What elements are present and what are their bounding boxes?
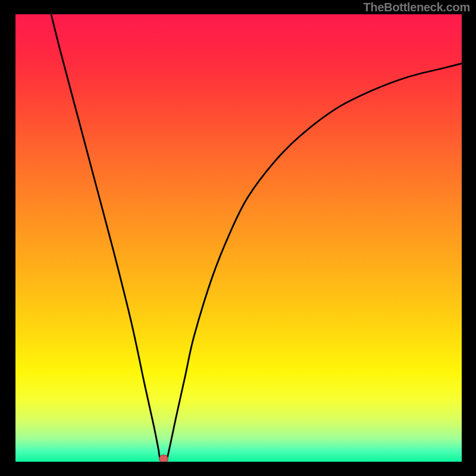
chart-container: TheBottleneck.com [0,0,476,476]
svg-rect-0 [15,14,462,462]
optimum-marker [159,455,168,462]
gradient-background [15,14,462,462]
watermark-text: TheBottleneck.com [364,0,470,14]
plot-area [15,14,462,462]
